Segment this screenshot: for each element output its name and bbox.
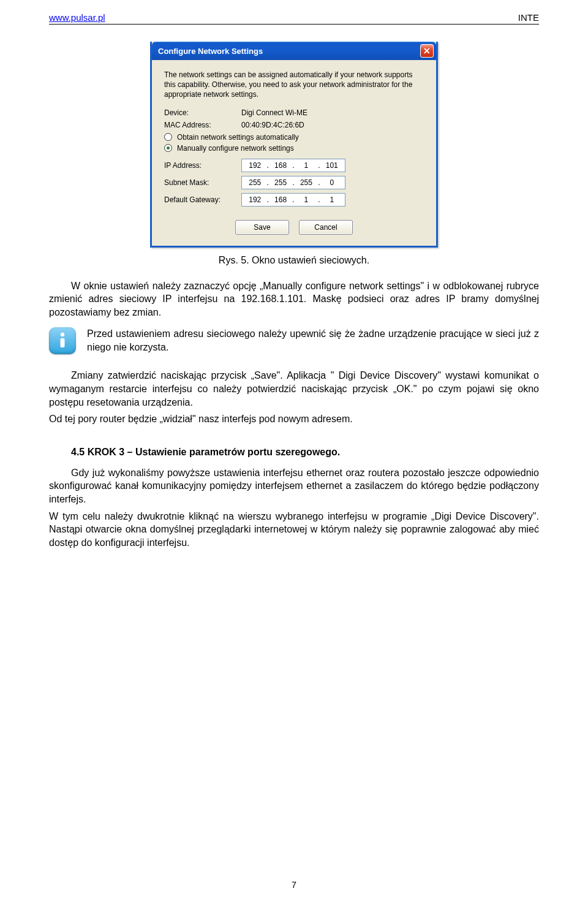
cancel-button[interactable]: Cancel — [299, 220, 353, 235]
network-settings-dialog: Configure Network Settings ✕ The network… — [150, 42, 438, 248]
ip-seg: 1 — [297, 195, 316, 204]
radio-auto[interactable]: Obtain network settings automatically — [164, 133, 424, 142]
ip-seg: 192 — [246, 161, 265, 170]
radio-manual[interactable]: Manually configure network settings — [164, 144, 424, 153]
ip-seg: 255 — [246, 178, 265, 187]
paragraph-1: W oknie ustawień należy zaznaczyć opcję … — [49, 279, 539, 319]
mac-value: 00:40:9D:4C:26:6D — [241, 121, 304, 129]
subnet-label: Subnet Mask: — [164, 178, 241, 187]
ip-seg: 168 — [271, 195, 290, 204]
save-button[interactable]: Save — [235, 220, 289, 235]
gateway-input[interactable]: 192. 168. 1. 1 — [241, 193, 345, 207]
ip-label: IP Address: — [164, 161, 241, 170]
radio-icon-unchecked — [164, 133, 172, 141]
device-label: Device: — [164, 108, 241, 117]
svg-point-0 — [61, 333, 64, 336]
ip-seg: 192 — [246, 195, 265, 204]
gateway-label: Default Gateway: — [164, 195, 241, 204]
header-url[interactable]: www.pulsar.pl — [49, 12, 105, 23]
ip-address-input[interactable]: 192. 168. 1. 101 — [241, 159, 345, 172]
info-callout: Przed ustawieniem adresu sieciowego nale… — [49, 327, 539, 354]
ip-seg: 168 — [271, 161, 290, 170]
close-icon: ✕ — [423, 47, 431, 55]
section-heading: 4.5 KROK 3 – Ustawienie parametrów portu… — [49, 447, 539, 458]
close-button[interactable]: ✕ — [420, 44, 434, 58]
paragraph-3: Od tej pory router będzie „widział" nasz… — [49, 412, 539, 426]
dialog-title: Configure Network Settings — [158, 47, 263, 56]
subnet-mask-input[interactable]: 255. 255. 255. 0 — [241, 176, 345, 189]
dialog-titlebar[interactable]: Configure Network Settings ✕ — [152, 42, 436, 60]
header-right: INTE — [518, 12, 539, 23]
radio-icon-checked — [164, 144, 172, 152]
radio-manual-label: Manually configure network settings — [177, 144, 294, 153]
ip-seg: 1 — [323, 195, 342, 204]
info-text: Przed ustawieniem adresu sieciowego nale… — [87, 327, 539, 354]
page-number: 7 — [0, 879, 588, 890]
ip-seg: 101 — [323, 161, 342, 170]
paragraph-4: Gdy już wykonaliśmy powyższe ustawienia … — [49, 466, 539, 506]
device-value: Digi Connect Wi-ME — [241, 108, 307, 117]
ip-seg: 0 — [323, 178, 342, 187]
figure-caption: Rys. 5. Okno ustawień sieciowych. — [49, 255, 539, 266]
mac-label: MAC Address: — [164, 121, 241, 129]
svg-rect-1 — [61, 338, 65, 347]
paragraph-5: W tym celu należy dwukrotnie kliknąć na … — [49, 510, 539, 550]
radio-auto-label: Obtain network settings automatically — [177, 133, 299, 142]
ip-seg: 255 — [271, 178, 290, 187]
dialog-description: The network settings can be assigned aut… — [164, 70, 424, 100]
ip-seg: 1 — [297, 161, 316, 170]
ip-seg: 255 — [297, 178, 316, 187]
paragraph-2: Zmiany zatwierdzić naciskając przycisk „… — [49, 369, 539, 409]
page-header: www.pulsar.pl INTE — [49, 12, 539, 25]
info-icon — [49, 327, 76, 354]
